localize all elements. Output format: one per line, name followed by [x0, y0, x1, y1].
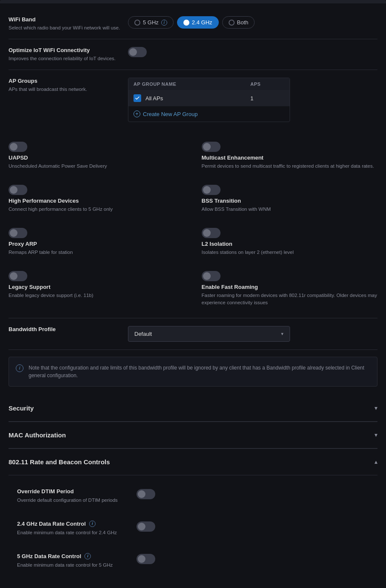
- chevron-down-icon: ▾: [281, 331, 284, 337]
- table-row[interactable]: All APs 1: [128, 90, 290, 106]
- bandwidth-label-col: Bandwidth Profile: [9, 326, 128, 334]
- mac-auth-chevron-icon: ▾: [374, 431, 377, 438]
- l2-isolation-item: L2 Isolation Isolates stations on layer …: [193, 220, 378, 263]
- bss-toggle[interactable]: [202, 185, 221, 195]
- wifi-band-control: 5 GHz i 2.4 GHz Both: [128, 16, 377, 29]
- radio-5ghz-label: 5 GHz: [143, 19, 159, 26]
- ap-groups-desc: APs that will broadcast this network.: [9, 86, 128, 93]
- data-rate-24-info-icon: i: [89, 521, 96, 527]
- l2-desc: Isolates stations on layer 2 (ethernet) …: [202, 249, 378, 256]
- multicast-desc: Permit devices to send multicast traffic…: [202, 163, 378, 169]
- data-rate-24-slider: [136, 521, 155, 532]
- ap-header-name: AP GROUP NAME: [134, 82, 250, 87]
- ap-groups-table: AP GROUP NAME APS All APs 1 + Create New…: [128, 78, 290, 122]
- radio-5ghz[interactable]: 5 GHz i: [128, 16, 174, 29]
- uapsd-desc: Unscheduled Automatic Power Save Deliver…: [9, 163, 193, 169]
- bss-label: BSS Transition: [202, 198, 378, 204]
- l2-toggle[interactable]: [202, 228, 221, 238]
- wifi-band-label-col: WiFi Band Select which radio band your W…: [9, 16, 128, 31]
- proxy-arp-top: [9, 228, 193, 238]
- bss-item: BSS Transition Allow BSS Transition with…: [193, 177, 378, 220]
- override-dtim-control: [136, 488, 155, 499]
- data-rate-24-toggle[interactable]: [136, 521, 155, 532]
- beacon-section-header[interactable]: 802.11 Rate and Beacon Controls ▴: [9, 449, 377, 475]
- radio-2-4ghz-label: 2.4 GHz: [192, 19, 212, 26]
- legacy-slider: [9, 271, 27, 281]
- info-circle-icon: i: [16, 364, 23, 372]
- 5ghz-info-icon: i: [161, 20, 167, 26]
- bss-slider: [202, 185, 221, 195]
- optimize-iot-row: Optimize IoT WiFi Connectivity Improves …: [9, 39, 377, 70]
- override-dtim-toggle[interactable]: [136, 489, 155, 499]
- proxy-arp-desc: Remaps ARP table for station: [9, 249, 193, 256]
- proxy-arp-label: Proxy ARP: [9, 241, 193, 247]
- security-section: Security ▾: [9, 395, 377, 422]
- ap-table-header: AP GROUP NAME APS: [128, 78, 290, 90]
- security-section-header[interactable]: Security ▾: [9, 395, 377, 422]
- optimize-iot-toggle[interactable]: [128, 47, 147, 57]
- optimize-iot-control: [128, 47, 377, 57]
- security-title: Security: [9, 405, 34, 412]
- plus-circle-icon: +: [134, 111, 140, 117]
- data-rate-5-title: 5 GHz Data Rate Control: [17, 553, 81, 559]
- mac-auth-section: MAC Authorization ▾: [9, 422, 377, 448]
- legacy-top: [9, 271, 193, 281]
- high-perf-item: High Performance Devices Connect high pe…: [9, 177, 193, 220]
- fast-roaming-desc: Faster roaming for modern devices with 8…: [202, 292, 378, 306]
- fast-roaming-item: Enable Fast Roaming Faster roaming for m…: [193, 263, 378, 313]
- bandwidth-row: Bandwidth Profile Default ▾: [9, 318, 377, 350]
- mac-auth-title: MAC Authorization: [9, 431, 66, 439]
- ap-row-checkbox[interactable]: [134, 94, 141, 102]
- override-dtim-title: Override DTIM Period: [17, 488, 74, 495]
- data-rate-5-toggle[interactable]: [136, 554, 155, 564]
- bandwidth-info-box: i Note that the configuration and rate l…: [9, 357, 377, 387]
- multicast-label: Multicast Enhancement: [202, 154, 378, 161]
- proxy-arp-toggle[interactable]: [9, 228, 27, 238]
- legacy-toggle[interactable]: [9, 271, 27, 281]
- uapsd-slider: [9, 142, 27, 152]
- optimize-iot-label: Optimize IoT WiFi Connectivity: [9, 47, 128, 53]
- radio-both[interactable]: Both: [222, 16, 255, 29]
- override-dtim-row: Override DTIM Period Override default co…: [9, 480, 377, 512]
- radio-2-4ghz[interactable]: 2.4 GHz: [177, 16, 219, 29]
- ap-groups-label: AP Groups: [9, 78, 128, 84]
- high-perf-toggle[interactable]: [9, 185, 27, 195]
- radio-5ghz-input[interactable]: [134, 20, 140, 26]
- fast-roaming-top: [202, 271, 378, 281]
- security-chevron-icon: ▾: [374, 405, 377, 411]
- beacon-controls-section: 802.11 Rate and Beacon Controls ▴ Overri…: [9, 449, 377, 581]
- data-rate-5-label-col: 5 GHz Data Rate Control i Enable minimum…: [17, 553, 136, 568]
- data-rate-24-title: 2.4 GHz Data Rate Control: [17, 521, 86, 527]
- override-dtim-label-col: Override DTIM Period Override default co…: [17, 488, 136, 504]
- mac-auth-section-header[interactable]: MAC Authorization ▾: [9, 422, 377, 448]
- high-perf-label: High Performance Devices: [9, 198, 193, 204]
- data-rate-24-desc: Enable minimum data rate control for 2.4…: [17, 529, 136, 536]
- ap-groups-control: AP GROUP NAME APS All APs 1 + Create New…: [128, 78, 377, 122]
- ap-row-name: All APs: [145, 95, 250, 102]
- multicast-top: [202, 142, 378, 152]
- uapsd-item: UAPSD Unscheduled Automatic Power Save D…: [9, 134, 193, 177]
- wifi-band-row: WiFi Band Select which radio band your W…: [9, 9, 377, 39]
- override-dtim-label: Override DTIM Period: [17, 488, 136, 495]
- high-perf-slider: [9, 185, 27, 195]
- uapsd-label: UAPSD: [9, 154, 193, 161]
- fast-roaming-toggle[interactable]: [202, 271, 221, 281]
- create-ap-group-link[interactable]: + Create New AP Group: [128, 106, 290, 122]
- bandwidth-info-note: Note that the configuration and rate lim…: [29, 365, 364, 378]
- data-rate-24-control: [136, 521, 155, 532]
- uapsd-toggle[interactable]: [9, 142, 27, 152]
- bss-top: [202, 185, 378, 195]
- proxy-arp-item: Proxy ARP Remaps ARP table for station: [9, 220, 193, 263]
- bandwidth-dropdown[interactable]: Default ▾: [128, 326, 290, 342]
- bandwidth-control: Default ▾: [128, 326, 377, 342]
- data-rate-24-label-col: 2.4 GHz Data Rate Control i Enable minim…: [17, 521, 136, 536]
- optimize-iot-desc: Improves the connection reliability of I…: [9, 55, 128, 62]
- beacon-controls-content: Override DTIM Period Override default co…: [9, 475, 377, 581]
- high-perf-desc: Connect high performance clients to 5 GH…: [9, 206, 193, 212]
- radio-2-4ghz-input[interactable]: [183, 20, 189, 26]
- high-perf-top: [9, 185, 193, 195]
- proxy-arp-slider: [9, 228, 27, 238]
- radio-both-input[interactable]: [229, 20, 235, 26]
- fast-roaming-slider: [202, 271, 221, 281]
- multicast-toggle[interactable]: [202, 142, 221, 152]
